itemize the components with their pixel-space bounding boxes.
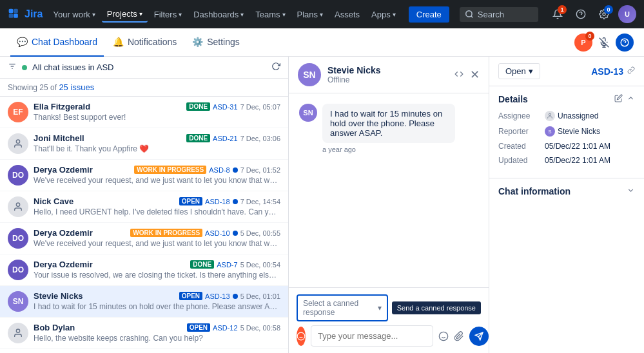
settings-button[interactable]: 0 (595, 5, 613, 23)
chat-list-item[interactable]: Joni Mitchell DONE ASD-21 7 Dec, 03:06 T… (0, 128, 288, 160)
link-icon[interactable] (627, 66, 635, 76)
sub-nav-item-settings[interactable]: ⚙️ Settings (186, 28, 246, 57)
issues-link[interactable]: 25 issues (59, 82, 94, 92)
svg-rect-3 (14, 14, 18, 18)
user-avatar[interactable]: U (618, 5, 636, 23)
top-nav: Jira Your work ▾ Projects ▾ Filters ▾ Da… (0, 0, 644, 28)
chat-messages: SN I had to wait for 15 minutes on hold … (289, 93, 489, 287)
input-row: ▾ (297, 325, 481, 347)
chat-avatar: DO (8, 165, 28, 186)
chat-preview: We've received your request, and we just… (34, 239, 280, 248)
chat-list-item[interactable]: DO Derya Ozdemir WORK IN PROGRESS ASD-10… (0, 223, 288, 254)
sub-nav-item-notifications[interactable]: 🔔 Notifications (106, 28, 183, 57)
send-dropdown-button[interactable]: ▾ (489, 327, 489, 346)
status-badge: WORK IN PROGRESS (134, 166, 206, 174)
help-circle-button[interactable] (616, 33, 634, 52)
chat-list-item[interactable]: DO Derya Ozdemir WORK IN PROGRESS ASD-8 … (0, 160, 288, 191)
nav-item-plans[interactable]: Plans ▾ (292, 7, 329, 22)
status-badge: OPEN (179, 292, 202, 300)
embed-icon[interactable] (454, 70, 463, 81)
chat-list-item[interactable]: SN Stevie Nicks OPEN ASD-13 5 Dec, 01:01… (0, 286, 288, 318)
svg-line-5 (471, 16, 473, 18)
nav-item-projects[interactable]: Projects ▾ (102, 6, 148, 23)
issue-link[interactable]: ASD-7 (217, 261, 237, 269)
edit-icon[interactable] (614, 94, 623, 104)
sub-nav-item-chat-dashboard[interactable]: 💬 Chat Dashboard (10, 28, 104, 57)
chat-input-area: Select a canned response ▾ Send a canned… (289, 287, 489, 353)
issue-link[interactable]: ASD-21 (213, 135, 238, 142)
issue-link[interactable]: ASD-8 (209, 166, 229, 174)
right-header: Open ▾ ASD-13 (489, 57, 644, 86)
svg-rect-0 (9, 9, 14, 14)
message-input[interactable] (311, 325, 433, 347)
chevron-down-icon: ▾ (393, 11, 396, 18)
create-button[interactable]: Create (409, 6, 449, 23)
send-canned-tooltip: Send a canned response (392, 301, 481, 314)
chat-name: Nick Cave (34, 196, 73, 206)
reporter-label: Reporter (498, 127, 545, 136)
chat-info-title: Chat information (498, 186, 571, 196)
chat-header-status: Offline (327, 75, 448, 84)
issue-link[interactable]: ASD-18 (205, 198, 230, 205)
chat-list-item[interactable]: DO Derya Ozdemir DONE ASD-7 5 Dec, 00:54… (0, 254, 288, 286)
chat-name: Ella Fitzgerald (34, 102, 90, 111)
chat-header: SN Stevie Nicks Offline ✕ (289, 57, 489, 93)
emoji-button[interactable] (297, 327, 306, 346)
created-row: Created 05/Dec/22 1:01 AM (498, 142, 635, 151)
nav-item-filters[interactable]: Filters ▾ (149, 7, 187, 22)
chat-avatar: DO (8, 228, 28, 249)
chat-preview: Hello, I need URGENT help. I've deleted … (34, 207, 280, 216)
status-badge: OPEN (179, 197, 202, 205)
mute-button[interactable] (595, 33, 613, 52)
chat-avatar (8, 323, 28, 343)
details-header: Details (498, 94, 635, 104)
nav-search[interactable]: Search (460, 7, 538, 22)
issue-link[interactable]: ASD-31 (213, 103, 238, 111)
chat-avatar: EF (8, 102, 28, 122)
emoji-picker-button[interactable] (438, 327, 449, 346)
nav-item-your-work[interactable]: Your work ▾ (48, 7, 100, 22)
status-badge: DONE (190, 260, 214, 269)
chat-content: Nick Cave OPEN ASD-18 7 Dec, 14:54 Hello… (34, 196, 280, 216)
chat-list-item[interactable]: EF Ella Fitzgerald DONE ASD-31 7 Dec, 05… (0, 97, 288, 128)
chat-list-item[interactable]: Nick Cave OPEN ASD-18 7 Dec, 14:54 Hello… (0, 191, 288, 223)
details-section: Details Assignee Unassigned (489, 86, 644, 178)
chat-list-item[interactable]: Bob Dylan OPEN ASD-12 5 Dec, 00:58 Hello… (0, 318, 288, 349)
help-button[interactable] (572, 5, 590, 23)
collapse-chat-info-icon[interactable] (627, 186, 635, 196)
nav-item-teams[interactable]: Teams ▾ (250, 7, 290, 22)
nav-logo[interactable]: Jira (8, 8, 43, 21)
chat-content: Derya Ozdemir WORK IN PROGRESS ASD-10 5 … (34, 228, 280, 248)
user-presence-avatar[interactable]: P 0 (574, 33, 592, 52)
notifications-icon: 🔔 (113, 37, 124, 47)
refresh-icon[interactable] (271, 62, 280, 73)
chat-time: 7 Dec, 01:52 (240, 166, 280, 174)
chat-content: Joni Mitchell DONE ASD-21 7 Dec, 03:06 T… (34, 133, 280, 153)
nav-item-apps[interactable]: Apps ▾ (366, 7, 401, 22)
filter-icon[interactable] (8, 62, 17, 73)
chevron-down-icon: ▾ (92, 11, 95, 18)
chevron-down-icon: ▾ (282, 11, 286, 18)
notifications-button[interactable]: 1 (549, 5, 567, 23)
send-button[interactable] (469, 327, 489, 346)
attachment-button[interactable] (454, 327, 464, 346)
canned-select[interactable]: Select a canned response ▾ (297, 294, 388, 321)
chat-header-avatar: SN (298, 63, 321, 86)
status-badge: DONE (186, 102, 210, 111)
send-split: ▾ (469, 327, 489, 346)
issue-link[interactable]: ASD-12 (213, 324, 238, 332)
nav-item-assets[interactable]: Assets (329, 7, 365, 22)
close-icon[interactable]: ✕ (470, 68, 480, 82)
status-select[interactable]: Open ▾ (498, 63, 540, 79)
chat-list-item[interactable]: DO Derya Ozdemir OPEN ASD-3 5 Dec, 00:60… (0, 349, 288, 353)
issue-link[interactable]: ASD-13 (205, 292, 230, 300)
chat-time: 5 Dec, 00:55 (240, 229, 280, 237)
status-badge: OPEN (187, 323, 210, 332)
sub-nav: 💬 Chat Dashboard 🔔 Notifications ⚙️ Sett… (0, 28, 644, 57)
issue-link[interactable]: ASD-10 (205, 229, 230, 237)
nav-item-dashboards[interactable]: Dashboards ▾ (188, 7, 249, 22)
collapse-icon[interactable] (627, 94, 635, 104)
chat-header-info: Stevie Nicks Offline (327, 65, 448, 84)
status-dot (22, 65, 27, 70)
main-content: All chat issues in ASD Showing 25 of 25 … (0, 57, 644, 353)
